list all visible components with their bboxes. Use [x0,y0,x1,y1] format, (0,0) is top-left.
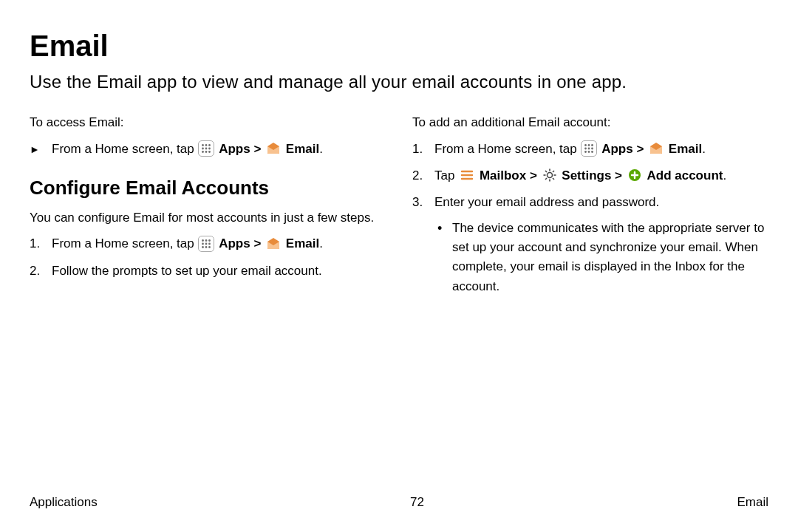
configure-intro: You can configure Email for most account… [30,208,386,228]
svg-line-35 [545,171,547,172]
separator: > [636,142,647,156]
left-column: To access Email: ► From a Home screen, t… [30,113,386,311]
step-content: From a Home screen, tap Apps > [434,140,768,159]
svg-point-18 [585,144,587,146]
page-footer: Applications 72 Email [30,495,768,510]
bullet-item: • The device communicates with the appro… [434,219,768,296]
apps-icon [581,140,597,157]
period: . [319,142,323,156]
apps-icon [198,140,214,157]
svg-point-4 [205,148,208,150]
separator: > [615,168,626,183]
svg-point-13 [205,242,208,245]
sublist: • The device communicates with the appro… [434,219,768,296]
svg-point-30 [547,173,552,178]
svg-point-23 [592,148,594,150]
addaccount-label: Add account [647,168,723,183]
svg-point-8 [209,151,211,153]
svg-point-19 [588,144,590,146]
svg-point-11 [209,239,211,242]
text-prefix: From a Home screen, tap [434,142,580,156]
configure-heading: Configure Email Accounts [30,177,386,200]
svg-point-3 [202,148,205,150]
footer-page-number: 72 [410,495,424,510]
right-column: To add an additional Email account: 1. F… [412,113,768,311]
svg-point-10 [205,239,208,242]
footer-right: Email [737,495,768,510]
bullet-content: The device communicates with the appropr… [452,219,768,296]
list-item: 2. Tap Mailbox > [412,166,768,185]
email-icon [648,140,664,157]
svg-point-17 [209,246,211,248]
separator: > [530,168,541,183]
access-step-content: From a Home screen, tap Apps > [52,140,386,159]
list-item: 1. From a Home screen, tap Apps > [412,140,768,159]
svg-point-1 [205,144,208,146]
svg-point-2 [209,144,211,146]
svg-point-24 [585,151,587,153]
email-label: Email [286,236,319,250]
num-marker: 3. [412,193,434,212]
triangle-bullet: ► [30,140,52,159]
svg-point-22 [588,148,590,150]
configure-list: 1. From a Home screen, tap Apps > [30,234,386,281]
period: . [702,142,706,156]
email-icon [265,236,282,252]
gear-icon [542,167,558,183]
period: . [319,236,323,250]
separator: > [253,236,265,250]
bullet-marker: • [434,219,452,239]
svg-point-6 [202,151,205,153]
svg-point-12 [202,242,205,245]
svg-point-0 [202,144,205,146]
svg-line-36 [553,178,554,180]
period: . [723,168,726,183]
svg-point-25 [588,151,590,153]
svg-point-20 [592,144,594,146]
email-label: Email [669,142,702,156]
num-marker: 1. [30,234,52,253]
apps-label: Apps [219,236,250,250]
num-marker: 2. [30,262,52,281]
add-heading: To add an additional Email account: [412,113,768,132]
footer-left: Applications [30,495,98,510]
mailbox-label: Mailbox [480,168,526,183]
svg-point-16 [205,246,208,248]
access-step: ► From a Home screen, tap Apps > [30,140,386,159]
svg-point-21 [585,148,587,150]
settings-label: Settings [562,168,611,183]
access-list: ► From a Home screen, tap Apps > [30,140,386,159]
svg-point-9 [202,239,205,242]
step3-text: Enter your email address and password. [434,195,659,209]
list-item: 3. Enter your email address and password… [412,193,768,304]
content-columns: To access Email: ► From a Home screen, t… [30,113,768,311]
step-content: Tap Mailbox > [434,166,768,185]
text-prefix: From a Home screen, tap [52,142,197,156]
step-content: Enter your email address and password. •… [434,193,768,304]
list-item: 1. From a Home screen, tap Apps > [30,234,386,253]
access-heading: To access Email: [30,113,386,132]
apps-label: Apps [601,142,633,156]
add-list: 1. From a Home screen, tap Apps > [412,140,768,304]
hamburger-icon [459,167,475,183]
step-content: From a Home screen, tap Apps > [52,234,386,253]
apps-icon [198,236,214,252]
num-marker: 1. [412,140,434,159]
step-content: Follow the prompts to set up your email … [52,262,386,281]
text-prefix: Tap [434,168,458,183]
page-title: Email [30,30,768,63]
svg-point-7 [205,151,208,153]
num-marker: 2. [412,166,434,185]
apps-label: Apps [219,142,250,156]
email-label: Email [286,142,319,156]
svg-line-37 [545,178,547,180]
svg-point-14 [209,242,211,245]
email-icon [265,140,282,157]
list-item: 2. Follow the prompts to set up your ema… [30,262,386,281]
text-prefix: From a Home screen, tap [52,236,197,250]
svg-point-15 [202,246,205,248]
page-intro: Use the Email app to view and manage all… [30,72,768,92]
svg-point-26 [592,151,594,153]
svg-line-38 [553,171,554,172]
separator: > [253,142,265,156]
